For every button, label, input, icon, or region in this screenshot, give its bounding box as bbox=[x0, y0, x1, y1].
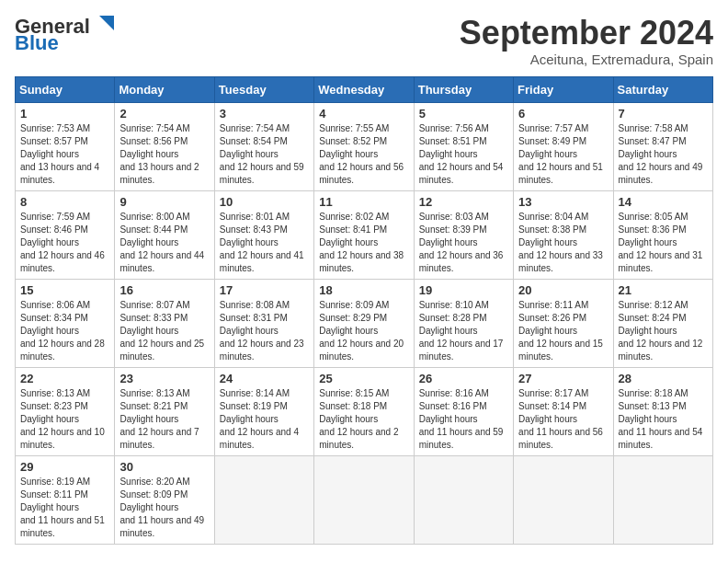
day-info: Sunrise: 7:57 AM Sunset: 8:49 PM Dayligh… bbox=[518, 122, 608, 187]
calendar-day-cell: 25 Sunrise: 8:15 AM Sunset: 8:18 PM Dayl… bbox=[314, 367, 414, 455]
day-number: 24 bbox=[220, 372, 309, 385]
calendar-day-cell bbox=[613, 455, 712, 544]
calendar-day-cell: 2 Sunrise: 7:54 AM Sunset: 8:56 PM Dayli… bbox=[115, 102, 214, 190]
day-number: 16 bbox=[119, 283, 209, 297]
day-info: Sunrise: 8:13 AM Sunset: 8:23 PM Dayligh… bbox=[20, 387, 109, 452]
calendar-day-cell: 17 Sunrise: 8:08 AM Sunset: 8:31 PM Dayl… bbox=[214, 279, 313, 367]
calendar-day-cell: 1 Sunrise: 7:53 AM Sunset: 8:57 PM Dayli… bbox=[16, 102, 115, 190]
day-number: 10 bbox=[220, 195, 309, 209]
calendar-day-cell: 5 Sunrise: 7:56 AM Sunset: 8:51 PM Dayli… bbox=[414, 102, 513, 190]
day-number: 15 bbox=[20, 283, 109, 297]
calendar-day-cell bbox=[214, 455, 313, 544]
day-info: Sunrise: 8:11 AM Sunset: 8:26 PM Dayligh… bbox=[518, 299, 608, 363]
day-info: Sunrise: 8:18 AM Sunset: 8:13 PM Dayligh… bbox=[619, 387, 708, 452]
svg-marker-0 bbox=[99, 16, 114, 30]
day-info: Sunrise: 7:55 AM Sunset: 8:52 PM Dayligh… bbox=[319, 122, 408, 187]
calendar-week-4: 22 Sunrise: 8:13 AM Sunset: 8:23 PM Dayl… bbox=[16, 367, 713, 455]
day-info: Sunrise: 7:59 AM Sunset: 8:46 PM Dayligh… bbox=[20, 211, 109, 275]
calendar-day-cell bbox=[314, 455, 414, 544]
calendar-day-cell: 6 Sunrise: 7:57 AM Sunset: 8:49 PM Dayli… bbox=[514, 102, 613, 190]
calendar-day-cell: 12 Sunrise: 8:03 AM Sunset: 8:39 PM Dayl… bbox=[414, 190, 513, 279]
calendar-day-cell: 15 Sunrise: 8:06 AM Sunset: 8:34 PM Dayl… bbox=[16, 279, 115, 367]
calendar-week-3: 15 Sunrise: 8:06 AM Sunset: 8:34 PM Dayl… bbox=[16, 279, 713, 367]
day-info: Sunrise: 8:13 AM Sunset: 8:21 PM Dayligh… bbox=[119, 387, 209, 452]
day-number: 19 bbox=[419, 283, 508, 297]
day-number: 3 bbox=[220, 107, 309, 121]
col-monday: Monday bbox=[115, 76, 214, 102]
day-number: 23 bbox=[119, 372, 209, 385]
day-info: Sunrise: 8:05 AM Sunset: 8:36 PM Dayligh… bbox=[619, 211, 708, 275]
day-info: Sunrise: 7:53 AM Sunset: 8:57 PM Dayligh… bbox=[20, 122, 109, 187]
location-subtitle: Aceituna, Extremadura, Spain bbox=[460, 52, 713, 67]
calendar-day-cell: 20 Sunrise: 8:11 AM Sunset: 8:26 PM Dayl… bbox=[514, 279, 613, 367]
day-number: 20 bbox=[518, 283, 608, 297]
calendar-day-cell bbox=[514, 455, 613, 544]
calendar-week-5: 29 Sunrise: 8:19 AM Sunset: 8:11 PM Dayl… bbox=[16, 455, 713, 544]
calendar-day-cell: 27 Sunrise: 8:17 AM Sunset: 8:14 PM Dayl… bbox=[514, 367, 613, 455]
calendar-day-cell: 22 Sunrise: 8:13 AM Sunset: 8:23 PM Dayl… bbox=[16, 367, 115, 455]
day-number: 6 bbox=[518, 107, 608, 121]
day-info: Sunrise: 7:56 AM Sunset: 8:51 PM Dayligh… bbox=[419, 122, 508, 187]
calendar-day-cell: 11 Sunrise: 8:02 AM Sunset: 8:41 PM Dayl… bbox=[314, 190, 414, 279]
calendar-table: Sunday Monday Tuesday Wednesday Thursday… bbox=[15, 76, 713, 545]
day-info: Sunrise: 7:58 AM Sunset: 8:47 PM Dayligh… bbox=[619, 122, 708, 187]
col-sunday: Sunday bbox=[16, 76, 115, 102]
day-number: 22 bbox=[20, 372, 109, 385]
day-number: 29 bbox=[20, 460, 109, 474]
day-number: 21 bbox=[619, 283, 708, 297]
day-number: 27 bbox=[518, 372, 608, 385]
calendar-day-cell: 14 Sunrise: 8:05 AM Sunset: 8:36 PM Dayl… bbox=[613, 190, 712, 279]
calendar-day-cell: 30 Sunrise: 8:20 AM Sunset: 8:09 PM Dayl… bbox=[115, 455, 214, 544]
day-number: 17 bbox=[220, 283, 309, 297]
day-info: Sunrise: 8:14 AM Sunset: 8:19 PM Dayligh… bbox=[220, 387, 309, 452]
calendar-day-cell: 9 Sunrise: 8:00 AM Sunset: 8:44 PM Dayli… bbox=[115, 190, 214, 279]
logo-blue: Blue bbox=[15, 31, 59, 55]
day-number: 18 bbox=[319, 283, 408, 297]
day-info: Sunrise: 8:07 AM Sunset: 8:33 PM Dayligh… bbox=[119, 299, 209, 363]
calendar-day-cell: 16 Sunrise: 8:07 AM Sunset: 8:33 PM Dayl… bbox=[115, 279, 214, 367]
day-info: Sunrise: 8:20 AM Sunset: 8:09 PM Dayligh… bbox=[119, 476, 209, 540]
calendar-day-cell: 26 Sunrise: 8:16 AM Sunset: 8:16 PM Dayl… bbox=[414, 367, 513, 455]
calendar-day-cell: 3 Sunrise: 7:54 AM Sunset: 8:54 PM Dayli… bbox=[214, 102, 313, 190]
day-info: Sunrise: 8:02 AM Sunset: 8:41 PM Dayligh… bbox=[319, 211, 408, 275]
calendar-day-cell: 19 Sunrise: 8:10 AM Sunset: 8:28 PM Dayl… bbox=[414, 279, 513, 367]
calendar-day-cell: 10 Sunrise: 8:01 AM Sunset: 8:43 PM Dayl… bbox=[214, 190, 313, 279]
day-number: 5 bbox=[419, 107, 508, 121]
calendar-day-cell: 18 Sunrise: 8:09 AM Sunset: 8:29 PM Dayl… bbox=[314, 279, 414, 367]
day-number: 13 bbox=[518, 195, 608, 209]
day-info: Sunrise: 7:54 AM Sunset: 8:56 PM Dayligh… bbox=[119, 122, 209, 187]
col-friday: Friday bbox=[514, 76, 613, 102]
day-number: 8 bbox=[20, 195, 109, 209]
col-wednesday: Wednesday bbox=[314, 76, 414, 102]
day-number: 26 bbox=[419, 372, 508, 385]
calendar-day-cell bbox=[414, 455, 513, 544]
calendar-day-cell: 21 Sunrise: 8:12 AM Sunset: 8:24 PM Dayl… bbox=[613, 279, 712, 367]
day-info: Sunrise: 8:10 AM Sunset: 8:28 PM Dayligh… bbox=[419, 299, 508, 363]
day-info: Sunrise: 7:54 AM Sunset: 8:54 PM Dayligh… bbox=[220, 122, 309, 187]
calendar-day-cell: 13 Sunrise: 8:04 AM Sunset: 8:38 PM Dayl… bbox=[514, 190, 613, 279]
title-block: September 2024 Aceituna, Extremadura, Sp… bbox=[460, 15, 713, 67]
day-number: 28 bbox=[619, 372, 708, 385]
day-info: Sunrise: 8:15 AM Sunset: 8:18 PM Dayligh… bbox=[319, 387, 408, 452]
day-number: 4 bbox=[319, 107, 408, 121]
day-info: Sunrise: 8:16 AM Sunset: 8:16 PM Dayligh… bbox=[419, 387, 508, 452]
day-number: 2 bbox=[119, 107, 209, 121]
day-number: 1 bbox=[20, 107, 109, 121]
col-tuesday: Tuesday bbox=[214, 76, 313, 102]
logo-icon-svg bbox=[92, 12, 118, 38]
month-title: September 2024 bbox=[460, 15, 713, 52]
calendar-header-row: Sunday Monday Tuesday Wednesday Thursday… bbox=[16, 76, 713, 102]
logo: General Blue bbox=[15, 15, 118, 55]
day-info: Sunrise: 8:17 AM Sunset: 8:14 PM Dayligh… bbox=[518, 387, 608, 452]
day-number: 9 bbox=[119, 195, 209, 209]
day-number: 11 bbox=[319, 195, 408, 209]
day-info: Sunrise: 8:03 AM Sunset: 8:39 PM Dayligh… bbox=[419, 211, 508, 275]
col-saturday: Saturday bbox=[613, 76, 712, 102]
calendar-day-cell: 28 Sunrise: 8:18 AM Sunset: 8:13 PM Dayl… bbox=[613, 367, 712, 455]
day-info: Sunrise: 8:06 AM Sunset: 8:34 PM Dayligh… bbox=[20, 299, 109, 363]
day-number: 7 bbox=[619, 107, 708, 121]
calendar-week-2: 8 Sunrise: 7:59 AM Sunset: 8:46 PM Dayli… bbox=[16, 190, 713, 279]
calendar-week-1: 1 Sunrise: 7:53 AM Sunset: 8:57 PM Dayli… bbox=[16, 102, 713, 190]
day-number: 12 bbox=[419, 195, 508, 209]
day-number: 25 bbox=[319, 372, 408, 385]
